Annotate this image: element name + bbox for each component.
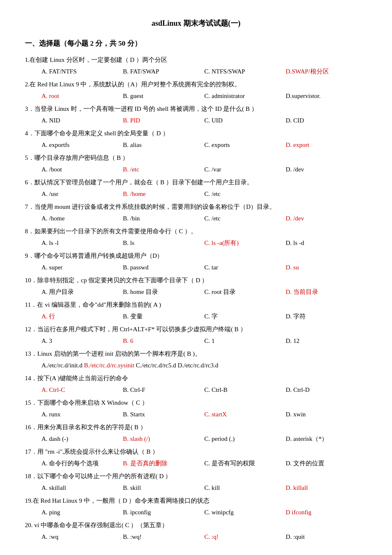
answer-9-B: B. passwd: [123, 262, 204, 273]
question-block-13: 13．Linux 启动的第一个进程 init 启动的第一个脚本程序是( B )。…: [25, 348, 367, 371]
answer-8-D: D. ls -d: [286, 237, 367, 249]
question-text-9: 9．哪个命令可以将普通用户转换成超级用户（D）: [25, 250, 367, 262]
answer-10-B: B. home 目录: [123, 286, 204, 298]
answer-16-A: A. dash (-): [41, 433, 123, 445]
question-text-20: 20. vi 中哪条命令是不保存强制退出( C ）（第五章）: [25, 520, 367, 531]
question-block-6: 6．默认情况下管理员创建了一个用户，就会在（ B ）目录下创建一个用户主目录。A…: [25, 177, 367, 200]
answer-1-A: A. FAT/NTFS: [41, 66, 123, 77]
question-block-5: 5．哪个目录存放用户密码信息（ B ）A. /bootB. /etcC. /va…: [25, 152, 367, 175]
question-text-6: 6．默认情况下管理员创建了一个用户，就会在（ B ）目录下创建一个用户主目录。: [25, 177, 367, 188]
answer-12-D: D. 12: [286, 335, 367, 347]
answer-row-1: A. FAT/NTFSB. FAT/SWAPC. NTFS/SWAPD.SWAP…: [41, 66, 367, 77]
answer-12-C: C. 1: [205, 335, 286, 347]
answer-row-12: A. 3B. 6C. 1D. 12: [41, 335, 367, 347]
answer-4-B: B. alias: [123, 139, 204, 151]
answer-7-D: D. /dev: [286, 213, 367, 224]
answer-20-A: A. :wq: [41, 531, 123, 543]
question-block-17: 17．用 "rm -i",系统会提示什么来让你确认（ B ）A. 命令行的每个选…: [25, 446, 367, 469]
question-text-17: 17．用 "rm -i",系统会提示什么来让你确认（ B ）: [25, 446, 367, 457]
question-text-7: 7．当使用 mount 进行设备或者文件系统挂载的时候，需要用到的设备名称位于（…: [25, 201, 367, 213]
answer-11-A: A. 行: [41, 311, 123, 322]
question-text-15: 15．下面哪个命令用来启动 X Window（ C ）: [25, 397, 367, 408]
answer-row-6: A. /usrB. /homeC. /etc: [41, 188, 367, 200]
answer-20-C: C. :q!: [205, 531, 286, 543]
answer-13-B: B./etc/rc.d/rc.sysinit: [84, 362, 136, 369]
answer-17-A: A. 命令行的每个选项: [41, 458, 123, 469]
page-title: asdLinux 期末考试试题(一): [25, 17, 367, 30]
answer-19-C: C. winipcfg: [205, 507, 286, 518]
answer-3-A: A. NID: [41, 115, 123, 126]
answer-row-5: A. /bootB. /etcC. /varD. /dev: [41, 164, 367, 175]
answer-12-A: A. 3: [41, 335, 123, 347]
answer-15-A: A. runx: [41, 409, 123, 420]
answer-3-C: C. UID: [205, 115, 286, 126]
answer-7-A: A. /home: [41, 213, 123, 224]
answer-18-A: A. skillall: [41, 482, 123, 494]
question-text-2: 2.在 Red Hat Linux 9 中，系统默认的（A）用户对整个系统拥有完…: [25, 79, 367, 90]
answer-19-B: B. ipconfig: [123, 507, 204, 518]
answer-row-3: A. NIDB. PIDC. UIDD. CID: [41, 115, 367, 126]
question-text-14: 14．按下(A )键能终止当前运行的命令: [25, 373, 367, 384]
answer-16-B: B. slash (/): [123, 433, 204, 445]
answer-row-7: A. /homeB. /binC. /etcD. /dev: [41, 213, 367, 224]
section1-title: 一、选择题（每小题 2 分，共 50 分）: [25, 37, 367, 50]
answer-18-B: B. skill: [123, 482, 204, 494]
question-text-13: 13．Linux 启动的第一个进程 init 启动的第一个脚本程序是( B )。: [25, 348, 367, 359]
answer-20-B: B. :wq!: [123, 531, 204, 543]
answer-14-A: A. Ctrl-C: [41, 384, 123, 396]
question-block-7: 7．当使用 mount 进行设备或者文件系统挂载的时候，需要用到的设备名称位于（…: [25, 201, 367, 224]
question-block-19: 19.在 Red Hat Linux 9 中，一般用（ D ）命令来查看网络接口…: [25, 495, 367, 518]
question-block-16: 16．用来分离目录名和文件名的字符是( B ）A. dash (-)B. sla…: [25, 422, 367, 445]
answer-16-C: C. period (.): [205, 433, 286, 445]
answer-19-D: D ifconfig: [286, 507, 367, 518]
answer-5-B: B. /etc: [123, 164, 204, 175]
answer-2-C: C. administrator: [205, 90, 286, 102]
answer-line-13: A./etc/rc.d/init.d B./etc/rc.d/rc.sysini…: [41, 360, 367, 371]
answer-14-C: C. Ctrl-B: [205, 384, 286, 396]
answer-16-D: D. asterisk（*）: [286, 433, 367, 445]
answer-7-B: B. /bin: [123, 213, 204, 224]
question-text-4: 4．下面哪个命令是用来定义 shell 的全局变量（ D ）: [25, 128, 367, 139]
answer-11-D: D. 字符: [286, 311, 367, 322]
answer-5-A: A. /boot: [41, 164, 123, 175]
answer-row-16: A. dash (-)B. slash (/)C. period (.)D. a…: [41, 433, 367, 445]
answer-row-9: A. superB. passwdC. tarD. su: [41, 262, 367, 273]
answer-8-B: B. ls: [123, 237, 204, 249]
answer-row-11: A. 行B. 变量C. 字D. 字符: [41, 311, 367, 322]
answer-6-A: A. /usr: [41, 188, 123, 200]
answer-14-B: B. Ctrl-F: [123, 384, 204, 396]
question-text-19: 19.在 Red Hat Linux 9 中，一般用（ D ）命令来查看网络接口…: [25, 495, 367, 506]
answer-row-4: A. exportfsB. aliasC. exportsD. export: [41, 139, 367, 151]
answer-18-C: C. kill: [205, 482, 286, 494]
question-text-8: 8．如果要列出一个目录下的所有文件需要使用命令行（ C ）。: [25, 226, 367, 237]
answer-17-D: D. 文件的位置: [286, 458, 367, 469]
answer-4-A: A. exportfs: [41, 139, 123, 151]
answer-6-C: C. /etc: [205, 188, 286, 200]
answer-1-D: D.SWAP/根分区: [286, 66, 367, 77]
answer-18-D: D. killall: [286, 482, 367, 494]
question-text-16: 16．用来分离目录名和文件名的字符是( B ）: [25, 422, 367, 433]
answer-5-D: D. /dev: [286, 164, 367, 175]
answer-10-D: D. 当前目录: [286, 286, 367, 298]
answer-9-C: C. tar: [205, 262, 286, 273]
answer-13-A: A./etc/rc.d/init.d: [41, 362, 84, 369]
answer-11-C: C. 字: [205, 311, 286, 322]
question-block-3: 3．当登录 Linux 时，一个具有唯一进程 ID 号的 shell 将被调用，…: [25, 103, 367, 126]
question-block-14: 14．按下(A )键能终止当前运行的命令A. Ctrl-CB. Ctrl-FC.…: [25, 373, 367, 396]
question-block-9: 9．哪个命令可以将普通用户转换成超级用户（D）A. superB. passwd…: [25, 250, 367, 273]
answer-8-C: C. ls -a(所有): [205, 237, 286, 249]
question-block-20: 20. vi 中哪条命令是不保存强制退出( C ）（第五章）A. :wqB. :…: [25, 520, 367, 543]
question-block-18: 18．以下哪个命令可以终止一个用户的所有进程( D ）A. skillallB.…: [25, 471, 367, 494]
answer-14-D: D. Ctrl-D: [286, 384, 367, 396]
answer-2-A: A. root: [41, 90, 123, 102]
answer-3-B: B. PID: [123, 115, 204, 126]
question-block-10: 10．除非特别指定，cp 假定要拷贝的文件在下面哪个目录下（ D ）A. 用户目…: [25, 275, 367, 298]
question-block-15: 15．下面哪个命令用来启动 X Window（ C ）A. runxB. Sta…: [25, 397, 367, 420]
answer-19-A: A. ping: [41, 507, 123, 518]
question-text-18: 18．以下哪个命令可以终止一个用户的所有进程( D ）: [25, 471, 367, 482]
answer-5-C: C. /var: [205, 164, 286, 175]
answer-7-C: C. /etc: [205, 213, 286, 224]
answer-17-B: B. 是否真的删除: [123, 458, 204, 469]
question-block-4: 4．下面哪个命令是用来定义 shell 的全局变量（ D ）A. exportf…: [25, 128, 367, 151]
answer-1-C: C. NTFS/SWAP: [205, 66, 286, 77]
